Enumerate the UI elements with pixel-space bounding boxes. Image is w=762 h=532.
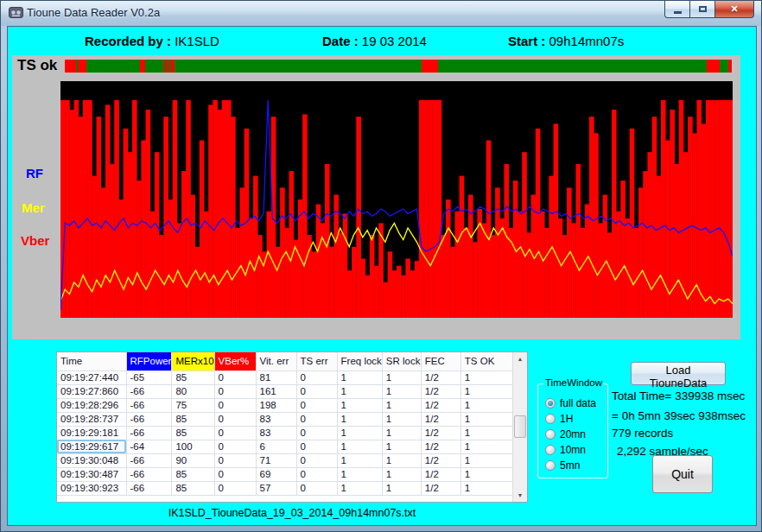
table-cell[interactable]: 57 (256, 481, 296, 495)
table-cell[interactable]: 1 (337, 370, 382, 384)
table-cell[interactable]: 75 (172, 398, 214, 412)
table-cell[interactable]: 0 (296, 453, 337, 467)
table-scrollbar[interactable]: ▲ ▼ (512, 352, 527, 502)
scroll-down-icon[interactable]: ▼ (513, 489, 527, 502)
title-bar[interactable]: Tioune Data Reader V0.2a ✕ (1, 1, 761, 26)
radio-icon[interactable] (545, 445, 556, 455)
table-cell[interactable]: 1 (337, 440, 382, 453)
table-row[interactable]: 09:19:28:296-667501980111/21 (57, 398, 526, 412)
table-cell[interactable]: 81 (256, 370, 296, 384)
table-cell[interactable]: 1 (382, 412, 421, 426)
table-cell[interactable]: -66 (126, 467, 172, 481)
table-row[interactable]: 09:19:30:048-66900710111/21 (57, 453, 526, 467)
table-cell[interactable]: 0 (296, 467, 337, 481)
table-cell[interactable]: 1/2 (421, 384, 460, 398)
table-cell[interactable]: 0 (214, 384, 256, 398)
table-cell[interactable]: -64 (126, 440, 172, 453)
table-cell[interactable]: 161 (256, 384, 296, 398)
table-row[interactable]: 09:19:29:617-64100060111/21 (57, 440, 526, 453)
table-row[interactable]: 09:19:28:737-66850830111/21 (57, 412, 526, 426)
table-cell[interactable]: 1 (382, 467, 421, 481)
table-cell[interactable]: 09:19:29:181 (57, 426, 126, 440)
table-cell[interactable]: 69 (256, 467, 296, 481)
table-cell[interactable]: 1 (337, 398, 382, 412)
table-cell[interactable]: 0 (214, 440, 256, 453)
table-cell[interactable]: 85 (172, 481, 214, 495)
table-cell[interactable]: 6 (256, 440, 296, 453)
column-header[interactable]: Freq lock (337, 352, 382, 370)
table-cell[interactable]: 1 (382, 370, 421, 384)
table-cell[interactable]: 0 (296, 370, 337, 384)
table-cell[interactable]: 09:19:29:617 (57, 440, 126, 453)
table-cell[interactable]: 1 (337, 412, 382, 426)
table-cell[interactable]: 1 (337, 384, 382, 398)
table-cell[interactable]: 90 (172, 453, 214, 467)
quit-button[interactable]: Quit (652, 455, 713, 493)
table-cell[interactable]: -66 (126, 412, 172, 426)
table-row[interactable]: 09:19:27:860-668001610111/21 (57, 384, 526, 398)
table-cell[interactable]: 1 (382, 384, 421, 398)
table-cell[interactable]: 09:19:27:440 (57, 370, 126, 384)
table-cell[interactable]: 83 (256, 412, 296, 426)
table-cell[interactable]: 09:19:30:487 (57, 467, 126, 481)
column-header[interactable]: FEC (421, 352, 460, 370)
radio-icon[interactable] (545, 429, 556, 440)
radio-icon[interactable] (545, 414, 556, 424)
table-row[interactable]: 09:19:30:487-66850690111/21 (57, 467, 526, 481)
table-cell[interactable]: 85 (172, 370, 214, 384)
table-cell[interactable]: 0 (296, 398, 337, 412)
table-cell[interactable]: -66 (126, 481, 172, 495)
time-window-option-5mn[interactable]: 5mn (545, 459, 580, 472)
table-cell[interactable]: 09:19:27:860 (57, 384, 126, 398)
column-header[interactable]: MERx10 (172, 352, 214, 370)
table-cell[interactable]: 1/2 (421, 398, 460, 412)
table-cell[interactable]: -66 (126, 453, 172, 467)
table-cell[interactable]: 09:19:28:737 (57, 412, 126, 426)
radio-icon[interactable] (545, 460, 556, 471)
table-cell[interactable]: 1/2 (421, 453, 460, 467)
radio-icon[interactable] (545, 398, 556, 408)
minimize-button[interactable] (664, 1, 690, 18)
close-button[interactable]: ✕ (715, 1, 754, 18)
table-cell[interactable]: 1/2 (421, 467, 460, 481)
column-header[interactable]: RFPower (126, 352, 172, 370)
table-cell[interactable]: 09:19:30:923 (57, 481, 126, 495)
table-cell[interactable]: 09:19:28:296 (57, 398, 126, 412)
maximize-button[interactable] (690, 1, 715, 18)
table-cell[interactable]: 1/2 (421, 370, 460, 384)
table-cell[interactable]: 85 (172, 467, 214, 481)
table-cell[interactable]: 1 (337, 467, 382, 481)
table-cell[interactable]: 0 (296, 426, 337, 440)
table-cell[interactable]: 0 (214, 426, 256, 440)
table-cell[interactable]: 1 (337, 481, 382, 495)
table-cell[interactable]: 85 (172, 426, 214, 440)
table-cell[interactable]: 83 (256, 426, 296, 440)
column-header[interactable]: TS err (296, 352, 337, 370)
load-tiounedata-button[interactable]: Load TiouneData (631, 362, 726, 385)
table-cell[interactable]: 1/2 (421, 481, 460, 495)
table-cell[interactable]: 1/2 (421, 440, 460, 453)
time-window-option-1h[interactable]: 1H (545, 412, 573, 426)
table-row[interactable]: 09:19:29:181-66850830111/21 (57, 426, 526, 440)
column-header[interactable]: VBer% (214, 352, 256, 370)
scrollbar-thumb[interactable] (514, 415, 526, 438)
table-cell[interactable]: -66 (126, 384, 172, 398)
table-cell[interactable]: 0 (214, 467, 256, 481)
table-cell[interactable]: -66 (126, 426, 172, 440)
table-row[interactable]: 09:19:30:923-66850570111/21 (57, 481, 526, 495)
table-cell[interactable]: 0 (296, 412, 337, 426)
time-window-option-10mn[interactable]: 10mn (545, 443, 586, 457)
table-cell[interactable]: 1 (337, 453, 382, 467)
table-cell[interactable]: 1 (382, 426, 421, 440)
table-cell[interactable]: 100 (172, 440, 214, 453)
table-cell[interactable]: 0 (296, 440, 337, 453)
column-header[interactable]: Vit. err (256, 352, 296, 370)
table-cell[interactable]: 1 (382, 453, 421, 467)
column-header[interactable]: Time (57, 352, 126, 370)
table-cell[interactable]: 198 (256, 398, 296, 412)
table-cell[interactable]: 0 (214, 481, 256, 495)
table-cell[interactable]: 0 (214, 412, 256, 426)
table-cell[interactable]: 1/2 (421, 412, 460, 426)
table-cell[interactable]: 1 (382, 481, 421, 495)
table-cell[interactable]: 71 (256, 453, 296, 467)
